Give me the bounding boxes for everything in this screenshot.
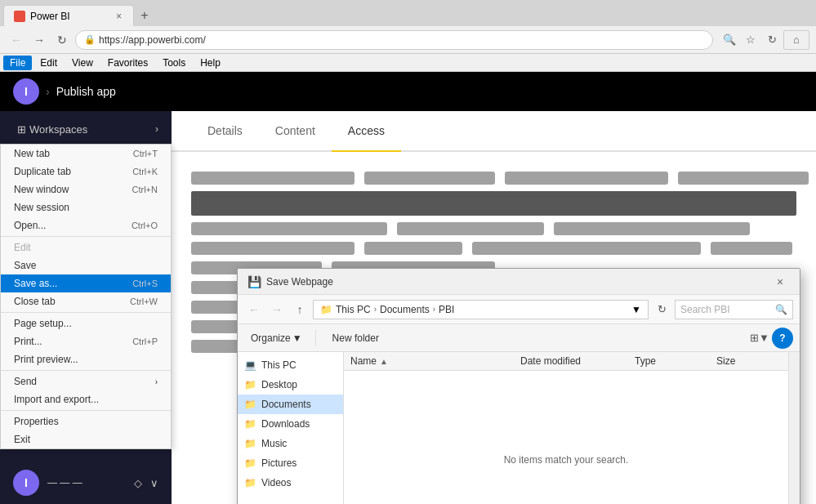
breadcrumb-sep: › [46, 85, 50, 98]
powerbi-topbar: I › Publish app [0, 72, 816, 111]
menu-import-export[interactable]: Import and export... [1, 390, 171, 408]
dialog-up-button[interactable]: ↑ [290, 300, 310, 319]
refresh-page-icon[interactable]: ↻ [762, 30, 782, 50]
tab-access[interactable]: Access [332, 111, 401, 150]
col-type-header[interactable]: Type [635, 355, 716, 367]
workspaces-label: Workspaces [29, 123, 155, 136]
path-dropdown-icon[interactable]: ▼ [631, 304, 641, 315]
dialog-refresh-button[interactable]: ↻ [652, 300, 671, 319]
sidebar-documents[interactable]: 📁 Documents [238, 395, 343, 414]
tab-details[interactable]: Details [191, 111, 259, 150]
send-label: Send [14, 376, 37, 387]
menu-page-setup[interactable]: Page setup... [1, 314, 171, 332]
menu-new-session[interactable]: New session [1, 198, 171, 216]
menu-new-tab[interactable]: New tab Ctrl+T [1, 145, 171, 163]
menu-view[interactable]: View [65, 56, 100, 70]
menu-close-tab[interactable]: Close tab Ctrl+W [1, 292, 171, 310]
menu-print[interactable]: Print... Ctrl+P [1, 332, 171, 350]
menu-send[interactable]: Send › [1, 372, 171, 390]
col-date-header[interactable]: Date modified [520, 355, 635, 367]
path-segment-documents[interactable]: Documents [380, 304, 430, 315]
sidebar-music[interactable]: 📁 Music [238, 434, 343, 453]
print-label: Print... [14, 336, 42, 347]
star-icon[interactable]: ☆ [741, 30, 760, 50]
col-name-header[interactable]: Name ▲ [350, 355, 520, 367]
menu-open[interactable]: Open... Ctrl+O [1, 216, 171, 234]
new-tab-button[interactable]: + [134, 5, 155, 26]
organize-arrow-icon: ▼ [292, 332, 302, 344]
back-button[interactable]: ← [7, 30, 26, 50]
import-export-label: Import and export... [14, 394, 99, 405]
path-sep-1: › [374, 305, 377, 314]
dialog-path-bar[interactable]: 📁 This PC › Documents › PBI ▼ [313, 300, 649, 319]
print-preview-label: Print preview... [14, 354, 78, 365]
menu-save-as[interactable]: Save as... Ctrl+S [1, 274, 171, 292]
close-tab-label: Close tab [14, 296, 56, 307]
browser-tab[interactable]: Power BI × [3, 5, 134, 26]
view-toggle-button[interactable]: ⊞▼ [749, 328, 770, 349]
separator-4 [1, 410, 171, 411]
path-segment-pbi[interactable]: PBI [439, 304, 454, 315]
nav-chevron-down-icon: ∨ [150, 477, 158, 489]
path-segment-pc: 📁 [320, 304, 332, 315]
menu-exit[interactable]: Exit [1, 430, 171, 448]
menu-properties[interactable]: Properties [1, 413, 171, 430]
tab-content[interactable]: Content [259, 111, 332, 150]
dialog-scrollbar[interactable] [788, 352, 800, 504]
search-icon[interactable]: 🔍 [720, 30, 739, 50]
exit-label: Exit [14, 434, 30, 445]
sidebar-videos[interactable]: 📁 Videos [238, 473, 343, 493]
menu-favorites[interactable]: Favorites [101, 56, 154, 70]
lock-icon: 🔒 [84, 34, 96, 45]
sidebar-thispc[interactable]: 💻 This PC [238, 355, 343, 375]
bottom-nav-item[interactable]: I — — — ◇ ∨ [0, 462, 172, 504]
send-arrow-icon: › [155, 377, 158, 386]
forward-button[interactable]: → [29, 30, 49, 50]
dialog-forward-button[interactable]: → [267, 300, 287, 319]
menu-help[interactable]: Help [194, 56, 227, 70]
refresh-button[interactable]: ↻ [52, 30, 72, 50]
menu-bar: File Edit View Favorites Tools Help [0, 54, 816, 72]
menu-save[interactable]: Save [1, 256, 171, 274]
open-label: Open... [14, 220, 46, 231]
address-bar: ← → ↻ 🔒 https://app.powerbi.com/ 🔍 ☆ ↻ ⌂ [0, 26, 816, 54]
duplicate-tab-label: Duplicate tab [14, 166, 71, 177]
menu-file[interactable]: File [3, 56, 32, 70]
separator-1 [1, 236, 171, 237]
dialog-search-placeholder: Search PBI [680, 304, 775, 315]
content-row-1 [191, 172, 796, 185]
sidebar-downloads[interactable]: 📁 Downloads [238, 414, 343, 434]
properties-label: Properties [14, 416, 59, 427]
menu-duplicate-tab[interactable]: Duplicate tab Ctrl+K [1, 163, 171, 181]
toolbar-separator [315, 330, 316, 346]
dialog-search-box[interactable]: Search PBI 🔍 [675, 300, 793, 319]
address-input[interactable]: 🔒 https://app.powerbi.com/ [75, 30, 713, 50]
documents-folder-icon: 📁 [244, 399, 256, 410]
col-size-header[interactable]: Size [716, 355, 782, 367]
tab-close-btn[interactable]: × [114, 11, 123, 22]
help-button[interactable]: ? [772, 328, 793, 349]
desktop-folder-icon: 📁 [244, 379, 256, 390]
menu-edit[interactable]: Edit [33, 56, 64, 70]
sidebar-desktop[interactable]: 📁 Desktop [238, 375, 343, 395]
workspaces-nav-item[interactable]: ⊞ Workspaces › [0, 111, 172, 147]
menu-new-window[interactable]: New window Ctrl+N [1, 181, 171, 198]
view-toggle: ⊞▼ ? [749, 328, 793, 349]
dialog-close-button[interactable]: × [770, 272, 790, 292]
address-url: https://app.powerbi.com/ [99, 34, 206, 46]
menu-tools[interactable]: Tools [156, 56, 192, 70]
workspaces-chevron-icon: › [155, 123, 158, 135]
dialog-title-bar: 💾 Save Webpage × [238, 269, 800, 295]
menu-print-preview[interactable]: Print preview... [1, 350, 171, 368]
path-sep-2: › [433, 305, 435, 314]
path-segment-thispc[interactable]: This PC [336, 304, 371, 315]
sidebar-pictures[interactable]: 📁 Pictures [238, 453, 343, 473]
new-folder-button[interactable]: New folder [323, 329, 389, 347]
dialog-back-button[interactable]: ← [244, 300, 264, 319]
file-dropdown-menu: New tab Ctrl+T Duplicate tab Ctrl+K New … [0, 144, 172, 449]
dialog-content: 💻 This PC 📁 Desktop 📁 Documents 📁 Downlo… [238, 352, 800, 504]
home-icon[interactable]: ⌂ [783, 30, 809, 50]
organize-button[interactable]: Organize ▼ [244, 329, 309, 347]
breadcrumb: › Publish app [46, 85, 116, 98]
user-label: — — — [47, 477, 82, 488]
